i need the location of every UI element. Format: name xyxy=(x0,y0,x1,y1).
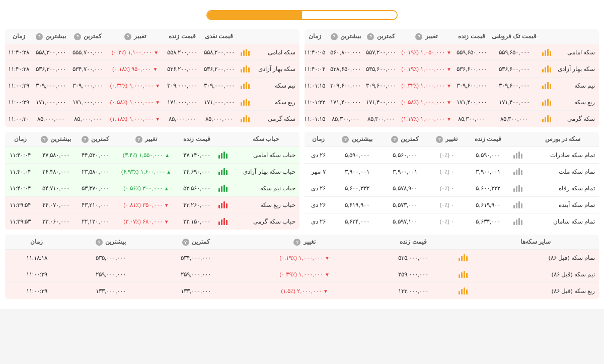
info-icon-high[interactable]: ? xyxy=(331,33,338,40)
bourse-row-icon-1[interactable] xyxy=(510,163,526,180)
right-row-name-4: سکه گرمی xyxy=(254,110,299,127)
svg-rect-34 xyxy=(246,99,247,106)
right-row-low-3: ۱۷۱,۰۰۰,۰۰۰ xyxy=(69,94,106,110)
left-table-row: سکه امامی ۵۵۹,۶۵۰,۰۰۰ ۵۵۹,۶۵۰,۰۰۰ ▼ ۱,۰۵… xyxy=(305,44,599,60)
right-row-live-0: ۵۵۸,۲۰۰,۰۰۰ xyxy=(164,44,200,60)
left-row-change-1: ▼ ۱,۰۰۰,۰۰۰ (۰.۱۹٪) xyxy=(399,60,454,77)
bourse-row-low-1: ۳,۹۰۰,۰۰۱ xyxy=(382,163,428,180)
col-header-bourse-name: سکه در بورس xyxy=(526,132,599,147)
svg-rect-30 xyxy=(246,82,247,89)
right-row-low-1: ۵۳۴,۷۰۰,۰۰۰ xyxy=(69,60,106,77)
info-icon-low[interactable]: ? xyxy=(367,33,374,40)
left-row-icon-0[interactable] xyxy=(539,44,555,60)
info-icon-change[interactable]: ? xyxy=(415,33,422,40)
bourse-row-low-2: ۵,۵۷۸,۹۰۰ xyxy=(382,180,428,196)
svg-rect-43 xyxy=(521,154,522,159)
right-row-name-2: نیم سکه xyxy=(254,77,299,94)
habbab-row-icon-2[interactable] xyxy=(215,180,232,196)
info-icon-bourse-change[interactable]: ? xyxy=(436,136,443,143)
bourse-row-icon-4[interactable] xyxy=(510,213,526,230)
other-row-time-2: ۱۱:۰۰:۳۹ xyxy=(5,282,68,299)
right-row-icon-0[interactable] xyxy=(238,44,254,60)
bourse-row-icon-3[interactable] xyxy=(510,196,526,213)
info-icon-high-r[interactable]: ? xyxy=(36,33,43,40)
left-row-low-0: ۵۵۷,۲۰۰,۰۰۰ xyxy=(363,44,399,60)
bourse-row-icon-0[interactable] xyxy=(510,147,526,163)
info-icon-habbab-high[interactable]: ? xyxy=(41,136,48,143)
habbab-row-live-4: ۲۲,۱۵۰,۰۰۰ xyxy=(178,213,215,230)
svg-rect-29 xyxy=(243,84,245,89)
col-header-low-r: کمترین ? xyxy=(69,29,106,44)
info-icon-habbab-change[interactable]: ? xyxy=(135,136,142,143)
info-icon-other-change[interactable]: ? xyxy=(293,239,300,246)
svg-rect-59 xyxy=(521,220,522,225)
bourse-row-high-0: ۵,۵۹۰,۰۰۰ xyxy=(332,147,382,163)
right-row-icon-4[interactable] xyxy=(238,110,254,127)
info-icon-habbab-low[interactable]: ? xyxy=(82,136,89,143)
left-row-icon-2[interactable] xyxy=(539,77,555,94)
right-row-live-1: ۵۳۶,۲۰۰,۰۰۰ xyxy=(164,60,200,77)
svg-rect-63 xyxy=(226,154,228,159)
other-row-icon-1[interactable] xyxy=(456,266,472,282)
left-row-icon-3[interactable] xyxy=(539,94,555,110)
svg-rect-62 xyxy=(223,152,225,159)
left-row-icon-4[interactable] xyxy=(539,110,555,127)
right-row-change-2: ▼ ۱,۰۰۰,۰۰۰ (۰.۳۲٪) xyxy=(106,77,164,94)
right-row-cash-4: ۸۵,۰۰۰,۰۰۰ xyxy=(201,110,238,127)
left-row-name-4: سکه گرمی xyxy=(555,110,599,127)
left-row-icon-1[interactable] xyxy=(539,60,555,77)
right-row-time-2: ۱۱:۰۰:۳۹ xyxy=(5,77,33,94)
svg-rect-8 xyxy=(542,86,544,89)
other-row-high-1: ۲۵۹,۰۰۰,۰۰۰ xyxy=(68,266,154,282)
other-row-icon-0[interactable] xyxy=(456,249,472,266)
habbab-row-change-0: ▲ ۱,۵۵۰,۰۰۰ (۳.۴٪) xyxy=(114,147,178,163)
habbab-row-icon-3[interactable] xyxy=(215,196,232,213)
left-row-name-1: سکه بهار آزادی xyxy=(555,60,599,77)
other-row-change-0: ▼ ۱,۰۰۰,۰۰۰ (۰.۱۹٪) xyxy=(239,249,371,266)
svg-rect-25 xyxy=(243,67,245,72)
bourse-row-icon-2[interactable] xyxy=(510,180,526,196)
habbab-row-icon-0[interactable] xyxy=(215,147,232,163)
svg-rect-88 xyxy=(459,291,460,295)
habbab-row-live-1: ۲۴,۶۹۰,۰۰۰ xyxy=(178,163,215,180)
info-icon-other-low[interactable]: ? xyxy=(182,239,189,246)
right-row-live-4: ۸۵,۰۰۰,۰۰۰ xyxy=(164,110,200,127)
svg-rect-22 xyxy=(246,49,247,56)
right-row-time-1: ۱۱:۴۰:۳۸ xyxy=(5,60,33,77)
info-icon-bourse-low[interactable]: ? xyxy=(391,136,398,143)
svg-rect-67 xyxy=(226,170,228,175)
right-row-icon-1[interactable] xyxy=(238,60,254,77)
col-header-bourse-icon xyxy=(510,132,526,147)
habbab-row-low-1: ۲۳,۵۸۰,۰۰۰ xyxy=(77,163,114,180)
habbab-section: حباب سکه قیمت زنده تغییر ? کمترین ? بیشت… xyxy=(5,132,299,230)
right-table-row: سکه گرمی ۸۵,۰۰۰,۰۰۰ ۸۵,۰۰۰,۰۰۰ ▼ ۱,۰۰۰,۰… xyxy=(5,110,299,127)
habbab-row-name-0: حباب سکه امامی xyxy=(232,147,299,163)
habbab-row-live-2: ۵۳,۵۶۰,۰۰۰ xyxy=(178,180,215,196)
info-icon-bourse-high[interactable]: ? xyxy=(342,136,349,143)
svg-rect-18 xyxy=(547,115,549,122)
svg-rect-78 xyxy=(223,218,225,225)
left-row-change-4: ▼ ۱,۰۰۰,۰۰۰ (۱.۱۷٪) xyxy=(399,110,454,127)
tab-tala[interactable] xyxy=(207,11,302,19)
svg-rect-38 xyxy=(246,115,247,122)
habbab-row-name-4: حباب سکه گرمی xyxy=(232,213,299,230)
right-row-icon-3[interactable] xyxy=(238,94,254,110)
right-row-icon-2[interactable] xyxy=(238,77,254,94)
habbab-table-row: حباب سکه گرمی ۲۲,۱۵۰,۰۰۰ ▼ ۶۸۰,۰۰۰ (۳.۰۷… xyxy=(5,213,299,230)
svg-rect-52 xyxy=(513,205,515,208)
col-header-bourse-low: کمترین ? xyxy=(382,132,428,147)
bourse-table-row: تمام سکه آینده ۵,۶۱۹,۹۰۰ ۰ (۰٪) ۵,۵۷۳,۰۰… xyxy=(305,196,599,213)
info-icon-low-r[interactable]: ? xyxy=(74,33,81,40)
habbab-row-icon-1[interactable] xyxy=(215,163,232,180)
info-icon-other-high[interactable]: ? xyxy=(96,239,103,246)
habbab-row-icon-4[interactable] xyxy=(215,213,232,230)
svg-rect-11 xyxy=(550,84,551,89)
other-row-icon-2[interactable] xyxy=(456,282,472,299)
svg-rect-46 xyxy=(518,168,520,175)
habbab-row-time-2: ۱۱:۴۰:۰۴ xyxy=(5,180,36,196)
info-icon-change-r[interactable]: ? xyxy=(124,33,131,40)
col-header-change: تغییر ? xyxy=(399,29,454,44)
col-header-other-change: تغییر ? xyxy=(239,235,371,249)
col-header-icon-r xyxy=(238,29,254,44)
tab-parsian[interactable] xyxy=(302,11,397,19)
